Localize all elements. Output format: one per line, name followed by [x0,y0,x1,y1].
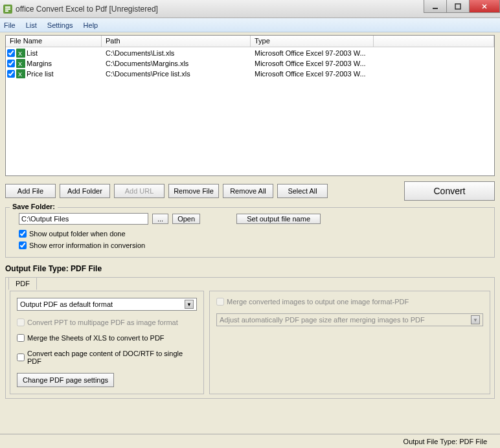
pdf-format-combo[interactable]: Output PDF as default format ▼ [17,298,197,311]
adjust-size-value: Adjust automatically PDF page size after… [220,316,425,324]
output-type-label: Output File Type: PDF File [5,264,495,273]
excel-icon: X [16,69,25,78]
merge-images-label: Merge converted images to output one ima… [227,298,409,306]
show-error-checkbox[interactable] [19,241,27,249]
window-controls [424,0,500,13]
merge-images-checkbox [216,298,224,306]
table-row[interactable]: XList C:\Documents\List.xls Microsoft Of… [6,48,494,58]
save-folder-legend: Save Folder: [10,203,58,210]
close-icon [481,3,488,10]
convert-ppt-row: Convert PPT to multipage PDF as image fo… [17,319,197,326]
show-error-label: Show error information in conversion [29,241,145,249]
row-type: Microsoft Office Excel 97-2003 W... [251,49,374,57]
add-folder-button[interactable]: Add Folder [60,184,110,198]
svg-text:X: X [18,71,22,78]
merge-images-panel: Merge converted images to output one ima… [209,291,490,394]
status-text: Output File Type: PDF File [403,438,487,445]
minimize-button[interactable] [424,0,447,13]
toolbar-row: Add File Add Folder Add URL Remove File … [5,181,495,201]
titlebar: office Convert Excel to Pdf [Unregistere… [0,0,500,18]
menu-file[interactable]: File [4,21,16,29]
close-button[interactable] [469,0,500,13]
svg-text:X: X [18,61,22,67]
add-url-button: Add URL [114,184,165,198]
remove-all-button[interactable]: Remove All [223,184,273,198]
menu-settings[interactable]: Settings [47,21,73,29]
remove-file-button[interactable]: Remove File [168,184,219,198]
pdf-options-panel: Output PDF as default format ▼ Convert P… [10,291,204,394]
show-folder-row: Show output folder when done [19,230,488,238]
tab-frame: PDF Output PDF as default format ▼ Conve… [5,277,495,399]
minimize-icon [432,3,438,10]
list-header: File Name Path Type [6,36,494,47]
row-checkbox[interactable] [7,49,15,57]
row-type: Microsoft Office Excel 97-2003 W... [251,70,374,78]
window-title: office Convert Excel to Pdf [Unregistere… [16,5,158,14]
row-path: C:\Documents\List.xls [102,49,251,57]
col-header-spacer [374,36,494,47]
save-folder-fieldset: Save Folder: ... Open Set output file na… [5,207,495,258]
table-row[interactable]: XPrice list C:\Documents\Price list.xls … [6,69,494,79]
merge-sheets-checkbox[interactable] [17,334,25,342]
row-filename: Price list [27,70,54,78]
menu-list[interactable]: List [26,21,37,29]
row-path: C:\Documents\Price list.xls [102,70,251,78]
save-path-input[interactable] [19,213,148,225]
col-header-type[interactable]: Type [251,36,374,47]
list-body: XList C:\Documents\List.xls Microsoft Of… [6,47,494,80]
maximize-button[interactable] [446,0,470,13]
pdf-format-value: Output PDF as default format [20,300,113,308]
tab-pdf[interactable]: PDF [8,277,37,290]
chevron-down-icon: ▼ [185,300,194,309]
each-page-checkbox[interactable] [17,353,25,361]
row-filename: Margins [27,60,52,67]
select-all-button[interactable]: Select All [277,184,328,198]
each-page-row: Convert each page content of DOC/RTF to … [17,350,197,365]
convert-ppt-label: Convert PPT to multipage PDF as image fo… [27,319,178,326]
row-checkbox[interactable] [7,70,15,78]
adjust-size-combo: Adjust automatically PDF page size after… [216,313,483,326]
table-row[interactable]: XMargins C:\Documents\Margins.xls Micros… [6,58,494,69]
save-folder-row: ... Open Set output file name [19,213,488,225]
excel-icon: X [16,59,25,68]
svg-rect-1 [433,8,438,9]
convert-ppt-checkbox [17,319,25,326]
row-type: Microsoft Office Excel 97-2003 W... [251,60,374,67]
svg-rect-2 [455,4,460,9]
statusbar: Output File Type: PDF File [0,434,500,448]
row-filename: List [27,49,38,57]
chevron-down-icon: ▼ [471,315,480,324]
excel-icon: X [16,49,25,58]
merge-images-row: Merge converted images to output one ima… [216,298,483,306]
set-output-name-button[interactable]: Set output file name [236,214,321,224]
merge-sheets-row: Merge the Sheets of XLS to convert to PD… [17,334,197,342]
col-header-filename[interactable]: File Name [6,36,102,47]
app-icon [3,4,13,14]
menu-help[interactable]: Help [84,21,98,29]
row-path: C:\Documents\Margins.xls [102,60,251,67]
open-button[interactable]: Open [172,214,200,224]
each-page-label: Convert each page content of DOC/RTF to … [27,350,197,365]
browse-button[interactable]: ... [152,214,168,224]
show-folder-label: Show output folder when done [29,230,126,238]
file-list[interactable]: File Name Path Type XList C:\Documents\L… [5,35,495,176]
add-file-button[interactable]: Add File [5,184,56,198]
col-header-path[interactable]: Path [102,36,251,47]
show-folder-checkbox[interactable] [19,230,27,238]
menubar: File List Settings Help [0,18,500,32]
show-error-row: Show error information in conversion [19,241,488,249]
maximize-icon [455,3,461,10]
convert-button[interactable]: Convert [404,181,495,201]
pdf-page-settings-button[interactable]: Change PDF page settings [17,373,114,387]
merge-sheets-label: Merge the Sheets of XLS to convert to PD… [27,334,165,342]
row-checkbox[interactable] [7,60,15,67]
svg-text:X: X [18,50,22,57]
